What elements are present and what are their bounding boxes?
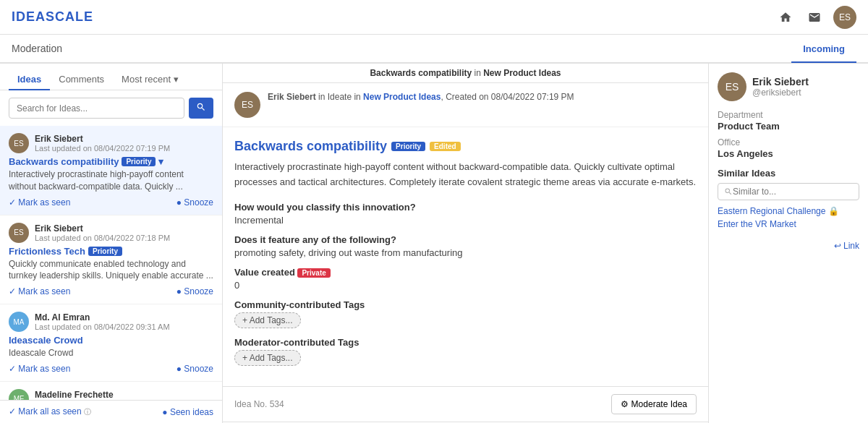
snooze[interactable]: ● Snooze <box>176 197 213 208</box>
left-panel: Ideas Comments Most recent ▾ ES Erik Sie… <box>0 64 223 423</box>
right-user-name: Erik Siebert <box>752 76 809 87</box>
idea-title: Ideascale Crowd <box>9 335 213 346</box>
sub-tabs: Incoming <box>791 36 856 61</box>
mark-as-seen[interactable]: ✓ Mark as seen <box>9 197 70 208</box>
avatar: MA <box>9 312 29 332</box>
community-tags: Community-contributed Tags + Add Tags... <box>234 299 697 328</box>
search-area <box>0 90 222 126</box>
list-item[interactable]: MA Md. Al Emran Last updated on 08/04/20… <box>0 304 222 382</box>
tab-ideas[interactable]: Ideas <box>9 69 50 90</box>
similar-search <box>718 183 859 200</box>
idea-footer: Idea No. 534 ⚙ Moderate Idea <box>223 386 708 422</box>
right-user-info: ES Erik Siebert @eriksiebert <box>718 72 859 101</box>
search-button[interactable] <box>189 98 213 119</box>
search-input[interactable] <box>9 98 184 119</box>
app-logo: IDEASCALE <box>12 9 93 25</box>
sub-nav: Moderation Incoming <box>0 35 868 64</box>
mark-as-seen[interactable]: ✓ Mark as seen <box>9 364 70 374</box>
priority-badge: Priority <box>391 142 425 151</box>
breadcrumb: Backwards compatibility in New Product I… <box>223 64 708 83</box>
idea-title: Backwards compatibility Priority ▾ <box>9 156 213 167</box>
idea-preview: Ideascale Crowd <box>9 347 213 359</box>
moderator-tags: Moderator-contributed Tags + Add Tags... <box>234 337 697 366</box>
avatar: ES <box>9 133 29 153</box>
center-content: ES Erik Siebert in Ideate in New Product… <box>223 83 708 423</box>
right-avatar: ES <box>718 72 746 101</box>
link-button[interactable]: ↩ Link <box>834 241 859 251</box>
main-layout: Ideas Comments Most recent ▾ ES Erik Sie… <box>0 64 868 423</box>
add-moderator-tags-button[interactable]: + Add Tags... <box>234 350 301 366</box>
avatar: ES <box>234 92 260 118</box>
center-panel: Backwards compatibility in New Product I… <box>223 64 709 423</box>
home-icon[interactable] <box>775 7 796 27</box>
idea-title: Frictionless Tech Priority <box>9 246 213 257</box>
similar-ideas: Similar Ideas Eastern Regional Challenge… <box>718 168 859 251</box>
idea-actions: ✓ Mark as seen ● Snooze <box>9 364 213 374</box>
list-item[interactable]: MF Madeline Frechette Last updated on 07… <box>0 382 222 400</box>
user-time: Last updated on 08/04/2022 07:19 PM <box>35 144 213 153</box>
user-time: Last updated on 08/04/2022 07:18 PM <box>35 234 213 242</box>
tab-most-recent[interactable]: Most recent ▾ <box>113 69 187 90</box>
edited-badge: Edited <box>430 142 461 151</box>
user-name: Erik Siebert <box>35 223 213 234</box>
lock-icon: 🔒 <box>828 206 839 216</box>
page-title: Moderation <box>12 43 62 54</box>
similar-item[interactable]: Eastern Regional Challenge 🔒 <box>718 206 859 216</box>
right-office: Office Los Angeles <box>718 137 859 159</box>
ideas-list: ES Erik Siebert Last updated on 08/04/20… <box>0 126 222 400</box>
field-features: Does it feature any of the following? pr… <box>234 234 697 258</box>
incoming-tab[interactable]: Incoming <box>791 36 856 63</box>
snooze[interactable]: ● Snooze <box>176 286 213 296</box>
idea-header: ES Erik Siebert in Ideate in New Product… <box>223 83 708 127</box>
private-badge: Private <box>297 268 330 278</box>
mail-icon[interactable] <box>804 7 825 27</box>
list-item[interactable]: ES Erik Siebert Last updated on 08/04/20… <box>0 126 222 215</box>
similar-ideas-title: Similar Ideas <box>718 168 859 179</box>
idea-description: Interactively procrastinate high-payoff … <box>234 160 697 190</box>
idea-body: Backwards compatibility Priority Edited … <box>223 127 708 386</box>
mark-all-as-seen[interactable]: ✓ Mark all as seen ⓘ <box>9 406 91 417</box>
field-innovation: How would you classify this innovation? … <box>234 202 697 226</box>
top-nav: IDEASCALE ES <box>0 0 868 35</box>
priority-badge: Priority <box>122 157 156 166</box>
tab-comments[interactable]: Comments <box>50 69 113 90</box>
user-name: Erik Siebert <box>35 134 213 144</box>
left-tabs: Ideas Comments Most recent ▾ <box>0 64 222 90</box>
list-item[interactable]: ES Erik Siebert Last updated on 08/04/20… <box>0 215 222 305</box>
avatar: MF <box>9 389 29 400</box>
right-panel: ES Erik Siebert @eriksiebert Department … <box>709 64 868 423</box>
right-department: Department Product Team <box>718 110 859 132</box>
add-community-tags-button[interactable]: + Add Tags... <box>234 312 301 328</box>
user-name: Md. Al Emran <box>35 312 213 322</box>
user-name: Madeline Frechette <box>35 390 213 400</box>
idea-actions: ✓ Mark as seen ● Snooze <box>9 197 213 208</box>
idea-number: Idea No. 534 <box>234 399 284 409</box>
mark-as-seen[interactable]: ✓ Mark as seen <box>9 286 70 296</box>
user-avatar[interactable]: ES <box>833 6 856 29</box>
idea-preview: Quickly communicate enabled technology a… <box>9 258 213 283</box>
similar-search-input[interactable] <box>733 187 853 197</box>
snooze[interactable]: ● Snooze <box>176 364 213 374</box>
campaign-link[interactable]: New Product Ideas <box>363 92 441 102</box>
priority-badge: Priority <box>88 247 122 256</box>
idea-meta: Erik Siebert in Ideate in New Product Id… <box>268 92 574 102</box>
field-value-created: Value created Private 0 <box>234 267 697 291</box>
seen-ideas[interactable]: ● Seen ideas <box>162 407 213 417</box>
bottom-bar: ✓ Mark all as seen ⓘ ● Seen ideas <box>0 400 222 423</box>
idea-preview: Interactively procrastinate high-payoff … <box>9 168 213 193</box>
idea-title-heading: Backwards compatibility Priority Edited <box>234 139 697 154</box>
nav-icons: ES <box>775 6 856 29</box>
right-user-handle: @eriksiebert <box>752 87 809 98</box>
idea-actions: ✓ Mark as seen ● Snooze <box>9 286 213 296</box>
similar-item[interactable]: Enter the VR Market <box>718 219 859 229</box>
moderate-idea-button[interactable]: ⚙ Moderate Idea <box>611 394 697 414</box>
avatar: ES <box>9 223 29 243</box>
user-time: Last updated on 08/04/2022 09:31 AM <box>35 322 213 331</box>
